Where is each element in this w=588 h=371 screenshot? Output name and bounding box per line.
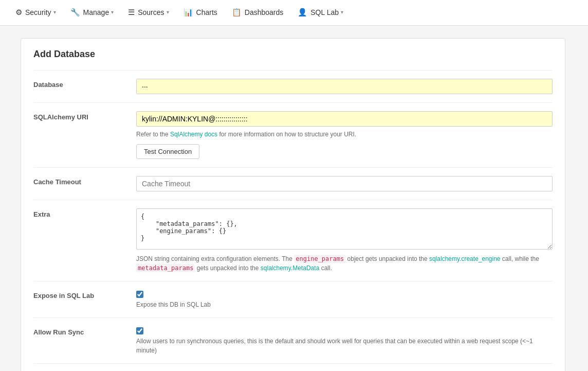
sqlalchemy-uri-field: Refer to the SqlAlchemy docs for more in… xyxy=(136,111,553,159)
nav-label-charts: Charts xyxy=(196,8,217,16)
extra-label: Extra xyxy=(33,208,136,273)
chevron-down-icon-sources: ▾ xyxy=(167,9,169,15)
manage-icon: 🔧 xyxy=(70,8,80,17)
extra-row: Extra { "metadata_params": {}, "engine_p… xyxy=(33,200,553,281)
database-field xyxy=(136,79,553,94)
expose-sql-lab-desc: Expose this DB in SQL Lab xyxy=(136,300,553,309)
test-connection-button[interactable]: Test Connection xyxy=(136,144,199,159)
cache-timeout-field xyxy=(136,176,553,191)
extra-help: JSON string containing extra configurati… xyxy=(136,254,553,273)
sqlalchemy-uri-input[interactable] xyxy=(136,111,553,127)
chevron-down-icon-manage: ▾ xyxy=(111,9,114,15)
nav-item-manage[interactable]: 🔧 Manage ▾ xyxy=(63,0,121,25)
sqlalchemy-metadata-link[interactable]: sqlalchemy.MetaData xyxy=(261,264,320,272)
engine-params-code: engine_params xyxy=(294,255,345,263)
allow-run-sync-label: Allow Run Sync xyxy=(33,326,136,355)
sqlalchemy-uri-help: Refer to the SqlAlchemy docs for more in… xyxy=(136,130,553,139)
allow-run-sync-field: Allow users to run synchronous queries, … xyxy=(136,326,553,355)
navbar: ⚙ Security ▾ 🔧 Manage ▾ ☰ Sources ▾ 📊 Ch… xyxy=(0,0,588,26)
sources-icon: ☰ xyxy=(128,8,135,17)
allow-run-async-row: Allow Run Async Allow users to run queri… xyxy=(33,363,553,371)
database-label: Database xyxy=(33,79,136,94)
cache-timeout-label: Cache Timeout xyxy=(33,176,136,191)
database-input[interactable] xyxy=(136,79,553,94)
nav-label-security: Security xyxy=(25,8,51,16)
charts-icon: 📊 xyxy=(183,8,193,17)
security-icon: ⚙ xyxy=(15,8,22,17)
nav-label-sqllab: SQL Lab xyxy=(310,8,339,16)
nav-label-dashboards: Dashboards xyxy=(245,8,284,16)
allow-run-sync-desc: Allow users to run synchronous queries, … xyxy=(136,337,553,355)
allow-run-sync-row: Allow Run Sync Allow users to run synchr… xyxy=(33,317,553,363)
expose-sql-lab-checkbox-container xyxy=(136,290,553,298)
nav-item-sources[interactable]: ☰ Sources ▾ xyxy=(121,0,176,25)
nav-label-sources: Sources xyxy=(138,8,164,16)
expose-sql-lab-label: Expose in SQL Lab xyxy=(33,290,136,309)
sqlalchemy-docs-link[interactable]: SqlAlchemy docs xyxy=(170,131,217,138)
nav-item-security[interactable]: ⚙ Security ▾ xyxy=(8,0,63,25)
dashboards-icon: 📋 xyxy=(232,8,242,17)
extra-textarea[interactable]: { "metadata_params": {}, "engine_params"… xyxy=(136,208,553,250)
nav-label-manage: Manage xyxy=(83,8,109,16)
sqlalchemy-uri-row: SQLAlchemy URI Refer to the SqlAlchemy d… xyxy=(33,102,553,167)
add-database-form: Add Database Database SQLAlchemy URI Ref… xyxy=(21,38,565,371)
nav-item-sqllab[interactable]: 👤 SQL Lab ▾ xyxy=(290,0,351,25)
cache-timeout-input[interactable] xyxy=(136,176,553,191)
expose-sql-lab-checkbox[interactable] xyxy=(136,291,143,298)
database-row: Database xyxy=(33,70,553,102)
main-content: Add Database Database SQLAlchemy URI Ref… xyxy=(0,26,588,371)
sqlalchemy-uri-label: SQLAlchemy URI xyxy=(33,111,136,159)
expose-sql-lab-field: Expose this DB in SQL Lab xyxy=(136,290,553,309)
nav-item-charts[interactable]: 📊 Charts xyxy=(176,0,225,25)
allow-run-sync-checkbox-container xyxy=(136,326,553,334)
cache-timeout-row: Cache Timeout xyxy=(33,167,553,200)
chevron-down-icon-sqllab: ▾ xyxy=(341,9,343,15)
allow-run-sync-checkbox[interactable] xyxy=(136,327,143,334)
form-title: Add Database xyxy=(33,49,553,60)
nav-item-dashboards[interactable]: 📋 Dashboards xyxy=(225,0,291,25)
metadata-params-code: metadata_params xyxy=(136,264,195,272)
chevron-down-icon: ▾ xyxy=(53,9,56,15)
sqlalchemy-create-engine-link[interactable]: sqlalchemy.create_engine xyxy=(429,255,501,262)
extra-field: { "metadata_params": {}, "engine_params"… xyxy=(136,208,553,273)
sqllab-icon: 👤 xyxy=(298,8,307,17)
expose-sql-lab-row: Expose in SQL Lab Expose this DB in SQL … xyxy=(33,281,553,317)
